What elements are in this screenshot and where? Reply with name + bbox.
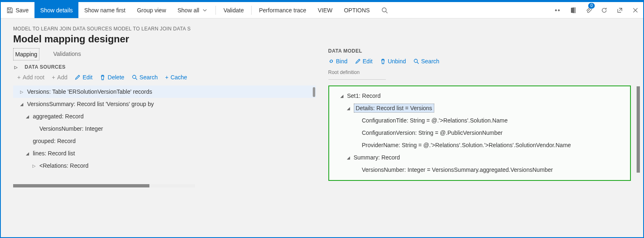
add-root-button[interactable]: + Add root [17, 74, 44, 81]
delete-label: Delete [108, 74, 124, 81]
right-scrollbar-thumb[interactable] [637, 86, 640, 173]
expand-icon[interactable]: ◢ [19, 102, 25, 106]
plus-icon: + [52, 74, 55, 81]
ds-search-label: Search [140, 74, 158, 81]
show-all-label: Show all [178, 7, 199, 14]
tree-row[interactable]: ◢Details: Record list = Versions [331, 102, 629, 114]
expand-icon[interactable]: ◢ [346, 155, 351, 160]
tree-row[interactable]: ◢VersionsSummary: Record list 'Versions'… [13, 98, 316, 110]
tree-row[interactable]: VersionsNumber: Integer [13, 122, 316, 135]
tree-row-label: Versions: Table 'ERSolutionVersionTable'… [27, 88, 152, 95]
search-icon [413, 58, 419, 64]
tree-row[interactable]: ▷<Relations: Record [13, 159, 316, 172]
validate-button[interactable]: Validate [218, 2, 250, 18]
close-icon [632, 7, 639, 14]
view-label: VIEW [318, 7, 332, 14]
expand-icon[interactable]: ◢ [339, 94, 345, 98]
performance-trace-button[interactable]: Performance trace [253, 2, 312, 18]
trash-icon [100, 74, 105, 80]
dm-search-button[interactable]: Search [413, 58, 439, 65]
expand-icon[interactable]: ◢ [25, 114, 30, 119]
options-label: OPTIONS [344, 7, 370, 14]
pencil-icon [75, 74, 80, 80]
group-view-button[interactable]: Group view [131, 2, 172, 18]
save-icon [7, 7, 13, 14]
show-all-dropdown[interactable]: Show all [172, 2, 214, 18]
horizontal-scrollbar[interactable] [13, 184, 195, 187]
search-icon [381, 7, 388, 14]
expand-icon[interactable]: ▷ [31, 164, 37, 168]
tree-row-label: ConfigurationTitle: String = @.'>Relatio… [362, 117, 508, 124]
tree-row[interactable]: ◢Summary: Record [331, 151, 629, 164]
add-button[interactable]: + Add [52, 74, 67, 81]
expand-icon[interactable]: ◢ [346, 106, 351, 111]
tree-row[interactable]: grouped: Record [13, 135, 316, 147]
dm-edit-button[interactable]: Edit [355, 58, 373, 65]
root-definition-input-underline[interactable] [328, 79, 386, 80]
tab-validations[interactable]: Validations [52, 48, 83, 60]
validate-label: Validate [223, 7, 244, 14]
tree-row[interactable]: ConfigurationTitle: String = @.'>Relatio… [331, 114, 629, 127]
tree-row[interactable]: ◢Set1: Record [331, 90, 629, 102]
page-title: Model mapping designer [13, 33, 631, 45]
show-details-label: Show details [40, 7, 73, 14]
search-icon [132, 74, 138, 80]
plus-icon: + [17, 74, 21, 81]
bind-button[interactable]: Bind [328, 58, 348, 65]
data-sources-heading: ▷ DATA SOURCES [13, 64, 316, 70]
close-button[interactable] [628, 2, 643, 18]
pencil-icon [355, 58, 361, 64]
save-button[interactable]: Save [1, 2, 34, 18]
svg-point-0 [382, 8, 386, 12]
show-name-first-button[interactable]: Show name first [78, 2, 131, 18]
root-definition-label: Root definition [328, 69, 631, 75]
tree-row[interactable]: ◢aggregated: Record [13, 110, 316, 122]
dm-search-label: Search [421, 58, 439, 65]
connector-icon-button[interactable] [550, 2, 565, 18]
add-root-label: Add root [23, 74, 44, 81]
trash-icon [380, 58, 386, 64]
popout-icon [616, 7, 623, 14]
tree-row[interactable]: VersionsNumber: Integer = VersionsSummar… [331, 164, 629, 176]
tree-row[interactable]: ◢lines: Record list [13, 147, 316, 159]
popout-button[interactable] [612, 2, 628, 18]
tree-row-label: VersionsNumber: Integer [39, 125, 103, 132]
svg-point-1 [133, 75, 136, 79]
edit-label: Edit [83, 74, 92, 81]
tree-row-label: aggregated: Record [33, 113, 84, 120]
save-label: Save [16, 7, 29, 14]
office-icon-button[interactable] [565, 2, 581, 18]
ds-search-button[interactable]: Search [132, 74, 158, 81]
tab-bar: Mapping Validations [13, 48, 316, 61]
expand-icon[interactable]: ◢ [25, 151, 30, 156]
view-menu[interactable]: VIEW [312, 2, 338, 18]
cache-label: Cache [170, 74, 187, 81]
data-model-actions: Bind Edit Unbind Search [328, 58, 631, 65]
tree-row[interactable]: ConfigurationVersion: String = @.PublicV… [331, 127, 629, 139]
tree-row[interactable]: ▷Versions: Table 'ERSolutionVersionTable… [13, 85, 316, 98]
add-label: Add [57, 74, 67, 81]
right-vertical-scrollbar[interactable] [637, 86, 640, 173]
toolbar-search-button[interactable] [376, 2, 394, 18]
horizontal-scrollbar-thumb[interactable] [13, 184, 149, 187]
data-model-tree: ◢Set1: Record◢Details: Record list = Ver… [328, 85, 631, 181]
breadcrumb: MODEL TO LEARN JOIN DATA SOURCES MODEL T… [13, 26, 631, 32]
data-sources-label: DATA SOURCES [25, 64, 66, 70]
delete-button[interactable]: Delete [100, 74, 124, 81]
expand-icon[interactable]: ▷ [19, 90, 25, 94]
tree-row[interactable]: ProviderName: String = @.'>Relations'.So… [331, 139, 629, 151]
right-pane: DATA MODEL Bind Edit Unbind [316, 48, 631, 221]
vertical-scrollbar-thumb[interactable] [313, 87, 315, 97]
attachments-button[interactable]: 0 [581, 2, 596, 18]
collapse-icon[interactable]: ▷ [13, 65, 19, 69]
edit-button[interactable]: Edit [75, 74, 92, 81]
options-menu[interactable]: OPTIONS [338, 2, 376, 18]
refresh-button[interactable] [596, 2, 612, 18]
cache-button[interactable]: + Cache [165, 74, 187, 81]
show-details-button[interactable]: Show details [34, 2, 78, 18]
unbind-button[interactable]: Unbind [380, 58, 406, 65]
performance-trace-label: Performance trace [259, 7, 306, 14]
tab-mapping[interactable]: Mapping [13, 48, 39, 60]
tree-row-label: grouped: Record [33, 138, 76, 144]
tree-row-label: Summary: Record [354, 154, 400, 161]
